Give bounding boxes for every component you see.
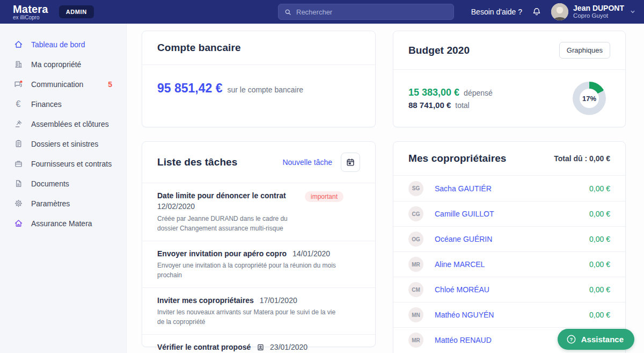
top-navbar: Matera ex illiCopro ADMIN Besoin d'aide … — [0, 0, 644, 24]
contact-card-icon — [257, 343, 265, 351]
task-row[interactable]: Vérifier le contrat proposé 23/01/2020 C… — [142, 334, 375, 353]
budget-spent-label: dépensé — [464, 89, 493, 97]
graphs-button[interactable]: Graphiques — [559, 42, 610, 59]
budget-card: Budget 2020 Graphiques 15 383,00 € dépen… — [393, 31, 626, 127]
sidebar-nav: Tableau de bord Ma copropriété Communica… — [0, 24, 127, 353]
unread-count-badge: 5 — [108, 80, 112, 89]
search-input[interactable] — [296, 8, 448, 16]
owner-initials-avatar: CG — [408, 206, 423, 221]
owner-initials-avatar: CM — [408, 282, 423, 297]
search-icon — [284, 8, 292, 16]
svg-text:?: ? — [570, 337, 573, 342]
budget-card-title: Budget 2020 — [408, 45, 470, 56]
important-badge: important — [305, 191, 343, 202]
co-owners-card: Mes copropriétaires Total dû : 0,00 € SG… — [393, 141, 626, 353]
tasks-card: Liste des tâches Nouvelle tâche Da — [142, 141, 376, 347]
budget-spent-amount: 15 383,00 € — [408, 87, 459, 98]
notifications-bell-icon[interactable] — [532, 7, 541, 17]
task-row[interactable]: Envoyer invitation pour apéro copro 14/0… — [142, 241, 375, 287]
calendar-icon — [346, 157, 355, 167]
assistance-label: Assistance — [581, 335, 624, 344]
home-icon — [13, 40, 23, 49]
budget-total-label: total — [455, 101, 469, 110]
owner-name-link[interactable]: Camille GUILLOT — [435, 210, 589, 218]
owner-row[interactable]: SG Sacha GAUTIÉR 0,00 € — [393, 176, 625, 201]
building-icon — [13, 60, 23, 69]
owner-amount-due: 0,00 € — [589, 285, 610, 294]
owner-name-link[interactable]: Sacha GAUTIÉR — [435, 184, 589, 193]
task-row[interactable]: Inviter mes copropriétaires 17/01/2020 I… — [142, 287, 375, 334]
new-task-link[interactable]: Nouvelle tâche — [282, 158, 332, 167]
owner-amount-due: 0,00 € — [589, 210, 610, 218]
calendar-button[interactable] — [341, 153, 360, 172]
logo-subtitle: ex illiCopro — [13, 15, 48, 20]
sidebar-item-assemblees-et-clotures[interactable]: Assemblées et clôtures — [0, 114, 126, 134]
sidebar-item-dossiers-et-sinistres[interactable]: Dossiers et sinistres — [0, 134, 126, 154]
owner-name-link[interactable]: Aline MARCEL — [435, 260, 589, 269]
owner-row[interactable]: OG Océane GUÉRIN 0,00 € — [393, 226, 625, 251]
budget-total-amount: 88 741,00 € — [408, 100, 451, 110]
document-icon — [13, 179, 23, 189]
question-circle-icon: ? — [566, 334, 576, 344]
tasks-card-title: Liste des tâches — [157, 156, 237, 168]
owner-name-link[interactable]: Chloé MORÉAU — [435, 285, 589, 294]
owner-amount-due: 0,00 € — [589, 235, 610, 243]
main-content: Compte bancaire 95 851,42 € sur le compt… — [127, 24, 644, 353]
assistance-button[interactable]: ? Assistance — [558, 329, 634, 350]
bank-card-title: Compte bancaire — [157, 42, 241, 54]
owner-row[interactable]: CG Camille GUILLOT 0,00 € — [393, 201, 625, 226]
bank-account-card: Compte bancaire 95 851,42 € sur le compt… — [142, 31, 376, 127]
sidebar-item-ma-copropriete[interactable]: Ma copropriété — [0, 54, 126, 74]
owner-amount-due: 0,00 € — [589, 311, 610, 319]
owner-list: SG Sacha GAUTIÉR 0,00 € CG Camille GUILL… — [393, 176, 625, 352]
owner-amount-due: 0,00 € — [589, 260, 610, 269]
budget-percent: 17% — [582, 95, 596, 103]
owner-row[interactable]: MN Mathéo NGUYÉN 0,00 € — [393, 302, 625, 327]
sidebar-item-assurance-matera[interactable]: Assurance Matera — [0, 213, 126, 233]
task-list: Date limite pour dénoncer le contrat 12/… — [142, 183, 375, 353]
sidebar-item-documents[interactable]: Documents — [0, 174, 126, 193]
owner-initials-avatar: OG — [408, 232, 423, 247]
gear-icon — [13, 199, 23, 208]
help-link[interactable]: Besoin d'aide ? — [471, 8, 522, 16]
owner-initials-avatar: MR — [408, 333, 423, 348]
bank-balance: 95 851,42 € — [157, 81, 223, 96]
sidebar-item-communication[interactable]: Communication 5 — [0, 74, 126, 94]
gavel-icon — [13, 119, 23, 129]
sidebar-item-tableau-de-bord[interactable]: Tableau de bord — [0, 34, 126, 54]
insurance-home-icon — [13, 219, 23, 228]
user-menu[interactable]: Jean DUPONT Copro Guyot — [551, 3, 636, 20]
owner-row[interactable]: MR Aline MARCEL 0,00 € — [393, 251, 625, 277]
owner-amount-due: 0,00 € — [589, 184, 610, 193]
search-box[interactable] — [278, 4, 454, 20]
owner-initials-avatar: MR — [408, 257, 423, 272]
chevron-down-icon — [629, 8, 636, 16]
app-logo[interactable]: Matera ex illiCopro — [13, 4, 48, 20]
total-due: Total dû : 0,00 € — [554, 154, 610, 163]
avatar — [551, 3, 568, 20]
sidebar-item-fournisseurs-et-contrats[interactable]: Fournisseurs et contrats — [0, 154, 126, 174]
user-org: Copro Guyot — [573, 12, 624, 19]
sidebar-item-parametres[interactable]: Paramètres — [0, 193, 126, 213]
chat-icon — [13, 80, 23, 89]
logo-title: Matera — [13, 4, 48, 15]
budget-donut-chart: 17% — [573, 82, 606, 115]
admin-badge: ADMIN — [59, 5, 94, 18]
owner-name-link[interactable]: Océane GUÉRIN — [435, 235, 589, 243]
owner-name-link[interactable]: Mathéo NGUYÉN — [435, 311, 589, 319]
owner-initials-avatar: SG — [408, 181, 423, 196]
task-row[interactable]: Date limite pour dénoncer le contrat 12/… — [142, 183, 375, 241]
euro-icon: € — [13, 99, 23, 109]
owners-card-title: Mes copropriétaires — [408, 153, 506, 164]
bank-balance-caption: sur le compte bancaire — [228, 85, 304, 94]
sidebar-item-finances[interactable]: € Finances — [0, 94, 126, 114]
briefcase-icon — [13, 159, 23, 169]
owner-row[interactable]: CM Chloé MORÉAU 0,00 € — [393, 277, 625, 302]
user-name: Jean DUPONT — [573, 4, 624, 12]
clipboard-icon — [13, 139, 23, 149]
owner-initials-avatar: MN — [408, 307, 423, 322]
